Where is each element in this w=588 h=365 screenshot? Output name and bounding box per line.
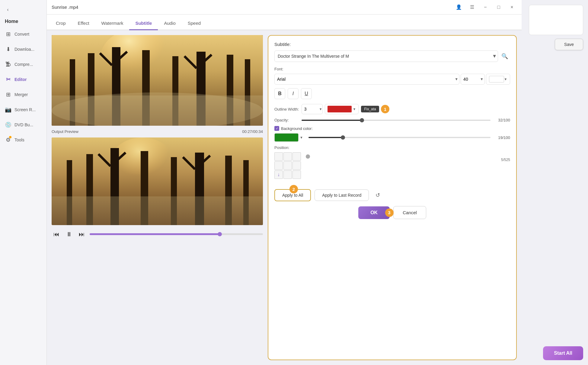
- bg-opacity-slider[interactable]: [308, 137, 491, 138]
- pos-cell-9[interactable]: [292, 170, 301, 179]
- bg-color-chevron[interactable]: ▼: [300, 136, 303, 139]
- collapse-icon: ‹: [7, 7, 8, 12]
- video-svg-bottom: [52, 137, 263, 225]
- pos-cell-1[interactable]: [274, 152, 283, 161]
- sidebar-item-compress[interactable]: 🗜 Compre...: [0, 57, 46, 72]
- next-btn[interactable]: ⏭: [77, 229, 87, 239]
- tab-speed[interactable]: Speed: [182, 17, 207, 30]
- subtitle-panel: Subtitle: Doctor Strange In The Multiver…: [268, 35, 517, 360]
- outline-label: Outline Width:: [274, 107, 299, 111]
- subtitle-search-btn[interactable]: 🔍: [499, 51, 510, 62]
- main-area: Sunrise .mp4 👤 ☰ − □ × Crop Effect Water…: [47, 0, 522, 365]
- font-size-select[interactable]: 40: [461, 74, 485, 85]
- sidebar-collapse-btn[interactable]: ‹: [2, 4, 13, 15]
- bg-opacity-thumb[interactable]: [341, 135, 345, 140]
- bg-opacity-fill: [308, 137, 343, 138]
- badge-2: 2: [289, 185, 298, 193]
- outline-color-btn[interactable]: ▼: [325, 104, 359, 114]
- apply-last-btn[interactable]: Apply to Last Record: [315, 189, 369, 201]
- pos-cell-2[interactable]: [283, 152, 292, 161]
- tools-badge: [9, 136, 11, 138]
- tab-effect[interactable]: Effect: [72, 17, 95, 30]
- merger-icon: ⊞: [5, 91, 11, 98]
- download-icon: ⬇: [5, 46, 11, 53]
- bold-btn[interactable]: B: [274, 88, 285, 99]
- output-label-bar: Output Preview 00:27/00:34: [52, 128, 263, 135]
- window-title: Sunrise .mp4: [52, 5, 78, 10]
- pos-cell-3[interactable]: [292, 152, 301, 161]
- pos-cell-8[interactable]: [283, 170, 292, 179]
- pos-cell-5[interactable]: [283, 161, 292, 170]
- underline-btn[interactable]: U: [301, 88, 312, 99]
- svg-rect-30: [52, 196, 263, 225]
- start-all-btn[interactable]: Start All: [543, 346, 583, 360]
- position-slider-area: 5/525: [306, 152, 510, 162]
- ok-cancel-container: OK 3 Cancel: [274, 206, 510, 219]
- progress-fill: [90, 233, 220, 235]
- person-btn[interactable]: 👤: [454, 2, 464, 12]
- subtitle-row: Doctor Strange In The Multiverse of M ▼ …: [274, 50, 510, 62]
- pos-cell-6[interactable]: [292, 161, 301, 170]
- tab-watermark[interactable]: Watermark: [95, 17, 129, 30]
- outline-color-swatch: [328, 106, 352, 112]
- menu-btn[interactable]: ☰: [467, 2, 477, 12]
- font-name-select[interactable]: Arial: [274, 74, 459, 85]
- close-btn[interactable]: ×: [507, 2, 517, 12]
- opacity-fill: [302, 120, 362, 121]
- opacity-value: 32/100: [494, 118, 510, 122]
- minimize-btn[interactable]: −: [481, 2, 490, 12]
- font-color-picker[interactable]: ▼: [486, 74, 510, 85]
- sidebar-item-screenr[interactable]: 📷 Screen R...: [0, 102, 46, 117]
- position-value: 5/525: [306, 158, 510, 162]
- outline-row: Outline Width: 3 ▼ ▼ Fix_ata 1: [274, 104, 510, 114]
- sidebar-item-label: Editor: [14, 77, 27, 82]
- bg-color-checkbox-label[interactable]: ✓ Background color:: [274, 126, 313, 131]
- video-frame-top: [52, 35, 263, 126]
- title-bar: Sunrise .mp4 👤 ☰ − □ ×: [47, 0, 522, 15]
- sidebar-item-tools[interactable]: ⚙ Tools: [0, 132, 46, 147]
- far-right-panel: Save Start All: [522, 0, 588, 365]
- save-btn[interactable]: Save: [555, 39, 583, 50]
- output-label: Output Preview: [52, 129, 78, 134]
- tab-subtitle[interactable]: Subtitle: [129, 17, 158, 30]
- tab-bar: Crop Effect Watermark Subtitle Audio Spe…: [47, 15, 522, 30]
- opacity-thumb[interactable]: [360, 118, 364, 122]
- sidebar-item-convert[interactable]: ⊞ Convert: [0, 27, 46, 42]
- opacity-slider[interactable]: [302, 120, 491, 121]
- maximize-btn[interactable]: □: [494, 2, 503, 12]
- sidebar-item-label: Downloa...: [14, 47, 34, 52]
- compress-icon: 🗜: [5, 61, 11, 68]
- progress-bar[interactable]: [90, 233, 263, 235]
- text-style-row: B I U: [274, 88, 510, 99]
- subtitle-select[interactable]: Doctor Strange In The Multiverse of M: [274, 50, 498, 62]
- outline-value-select[interactable]: 3: [302, 104, 323, 114]
- tab-audio[interactable]: Audio: [158, 17, 181, 30]
- position-grid: ↓: [274, 152, 301, 179]
- prev-btn[interactable]: ⏮: [52, 229, 61, 239]
- video-frame-bottom: [52, 137, 263, 225]
- sidebar-item-editor[interactable]: ✂ Editor: [0, 72, 46, 87]
- bg-color-checkbox[interactable]: ✓: [274, 126, 279, 131]
- opacity-row: Opacity: 32/100: [274, 118, 510, 122]
- pos-cell-7[interactable]: ↓: [274, 170, 283, 179]
- italic-btn[interactable]: I: [288, 88, 299, 99]
- bg-color-swatch[interactable]: [274, 133, 299, 142]
- sidebar-home: Home: [0, 16, 46, 27]
- sidebar-item-download[interactable]: ⬇ Downloa...: [0, 42, 46, 57]
- reset-btn[interactable]: ↺: [372, 190, 383, 200]
- sidebar-item-label: Tools: [14, 137, 24, 142]
- sidebar-item-merger[interactable]: ⊞ Merger: [0, 87, 46, 102]
- pause-btn[interactable]: ⏸: [64, 229, 74, 239]
- sidebar-item-dvd[interactable]: 💿 DVD Bu...: [0, 117, 46, 132]
- tooltip-box: Fix_ata: [361, 106, 379, 112]
- sidebar-item-label: DVD Bu...: [14, 122, 33, 127]
- apply-buttons-container: 2 Apply to All Apply to Last Record ↺: [274, 189, 510, 201]
- subtitle-panel-title: Subtitle:: [274, 42, 510, 47]
- pos-cell-4[interactable]: [274, 161, 283, 170]
- badge-3: 3: [385, 208, 394, 217]
- title-bar-controls: 👤 ☰ − □ ×: [454, 2, 517, 12]
- tab-crop[interactable]: Crop: [50, 17, 72, 30]
- cancel-btn[interactable]: Cancel: [393, 206, 426, 219]
- position-section: Position:: [274, 145, 510, 182]
- position-thumb[interactable]: [306, 154, 310, 159]
